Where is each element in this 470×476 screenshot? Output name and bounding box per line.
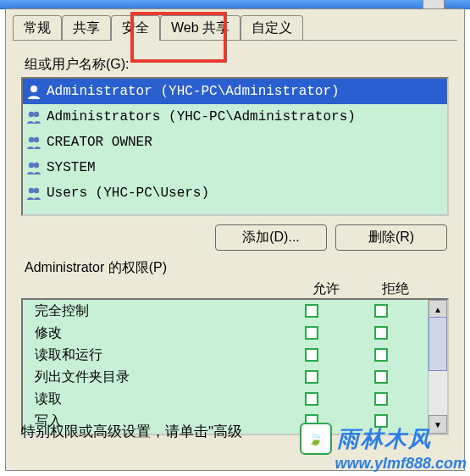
permission-row: 读取和运行 — [23, 344, 428, 366]
svg-point-7 — [29, 188, 34, 193]
group-icon — [25, 108, 43, 126]
tab-security[interactable]: 安全 — [111, 15, 160, 41]
svg-point-1 — [29, 112, 34, 117]
allow-checkbox[interactable] — [305, 304, 318, 318]
permission-name: 读取和运行 — [35, 346, 277, 364]
permissions-listbox: 完全控制 修改 读取和运行 列出文件夹目 — [21, 298, 449, 435]
groups-label: 组或用户名称(G): — [25, 56, 449, 74]
svg-point-5 — [29, 163, 34, 168]
svg-point-3 — [29, 137, 34, 142]
list-item-label: CREATOR OWNER — [47, 135, 152, 150]
deny-checkbox[interactable] — [374, 392, 388, 406]
svg-point-0 — [30, 86, 37, 92]
deny-checkbox[interactable] — [374, 326, 388, 340]
list-item-label: Users (YHC-PC\Users) — [47, 185, 209, 201]
group-icon — [25, 133, 43, 152]
users-listbox[interactable]: Administrator (YHC-PC\Administrator) Adm… — [21, 77, 449, 216]
permission-row: 列出文件夹目录 — [23, 366, 428, 388]
tab-bar: 常规 共享 安全 Web 共享 自定义 — [6, 9, 464, 40]
group-icon — [25, 158, 43, 177]
scroll-thumb[interactable] — [429, 317, 447, 371]
watermark-brand: 雨林木风 — [337, 424, 432, 454]
tab-webshare[interactable]: Web 共享 — [160, 15, 241, 41]
permission-row: 完全控制 — [23, 300, 428, 322]
leaf-icon: 🍃 — [300, 423, 332, 455]
permission-name: 读取 — [35, 390, 277, 408]
user-icon — [25, 82, 43, 101]
tab-custom[interactable]: 自定义 — [241, 15, 303, 41]
allow-checkbox[interactable] — [305, 392, 318, 406]
permission-name: 完全控制 — [35, 302, 277, 320]
allow-checkbox[interactable] — [305, 326, 318, 340]
list-item-label: Administrators (YHC-PC\Administrators) — [47, 109, 356, 125]
permissions-header: 允许 拒绝 — [21, 280, 449, 298]
list-item[interactable]: Administrators (YHC-PC\Administrators) — [23, 104, 447, 130]
list-item[interactable]: Users (YHC-PC\Users) — [23, 180, 447, 206]
scroll-up-icon[interactable]: ▲ — [429, 300, 447, 318]
scrollbar[interactable]: ▲ ▼ — [428, 300, 447, 434]
permission-row: 修改 — [23, 322, 428, 344]
svg-point-4 — [34, 137, 39, 142]
watermark: 🍃 雨林木风 www.ylmf888.com — [300, 423, 467, 473]
deny-checkbox[interactable] — [374, 304, 388, 318]
remove-button[interactable]: 删除(R) — [335, 224, 447, 251]
list-item[interactable]: CREATOR OWNER — [23, 130, 447, 155]
header-deny: 拒绝 — [361, 280, 430, 298]
svg-point-8 — [34, 188, 39, 193]
permissions-label: Administrator 的权限(P) — [25, 259, 449, 277]
dialog-body: 常规 共享 安全 Web 共享 自定义 组或用户名称(G): Administr… — [5, 8, 465, 471]
allow-checkbox[interactable] — [305, 348, 318, 362]
header-allow: 允许 — [291, 280, 361, 298]
permission-name: 列出文件夹目录 — [35, 368, 277, 386]
security-panel: 组或用户名称(G): Administrator (YHC-PC\Adminis… — [13, 40, 457, 446]
list-item[interactable]: SYSTEM — [23, 155, 447, 180]
tab-general[interactable]: 常规 — [13, 15, 62, 41]
add-button[interactable]: 添加(D)... — [215, 224, 327, 251]
list-item-label: Administrator (YHC-PC\Administrator) — [47, 84, 340, 99]
svg-point-6 — [34, 163, 39, 168]
allow-checkbox[interactable] — [305, 370, 318, 384]
permission-row: 读取 — [23, 388, 428, 410]
permission-name: 修改 — [35, 324, 277, 342]
list-item-label: SYSTEM — [47, 160, 96, 175]
group-icon — [25, 184, 43, 202]
tab-share[interactable]: 共享 — [62, 15, 111, 41]
list-item[interactable]: Administrator (YHC-PC\Administrator) — [23, 79, 447, 104]
svg-point-2 — [34, 112, 39, 117]
deny-checkbox[interactable] — [374, 370, 388, 384]
watermark-url: www.ylmf888.com — [335, 455, 467, 473]
deny-checkbox[interactable] — [374, 348, 388, 362]
